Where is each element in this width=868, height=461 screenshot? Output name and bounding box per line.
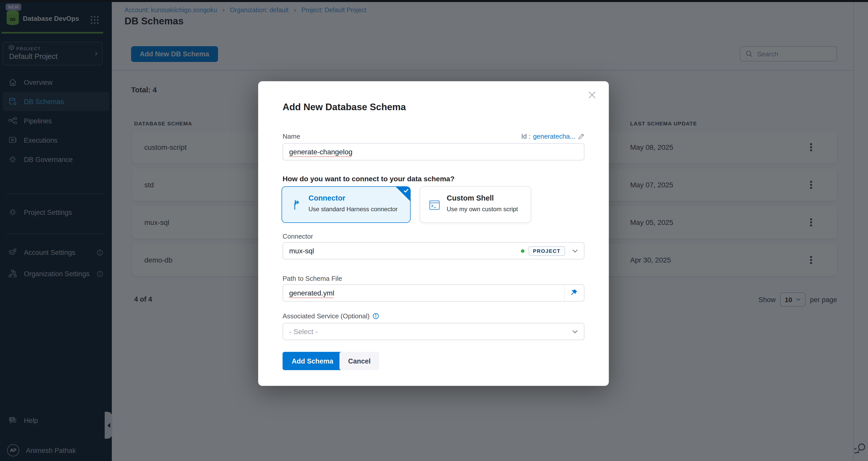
connector-select[interactable]: mux-sql PROJECT (283, 242, 584, 259)
option-title: Custom Shell (447, 194, 494, 202)
id-prefix: Id : (521, 133, 531, 140)
name-input[interactable]: generate-changelog (283, 143, 584, 160)
pin-icon[interactable] (564, 285, 578, 301)
option-title: Connector (308, 194, 345, 202)
scope-badge: PROJECT (529, 246, 565, 256)
add-schema-button[interactable]: Add Schema (283, 352, 343, 370)
connector-label: Connector (283, 233, 313, 240)
edit-pencil-icon[interactable] (578, 133, 584, 140)
path-input[interactable]: generated.yml (283, 284, 584, 302)
option-subtitle: Use standard Harness connector (308, 206, 398, 213)
path-input-value: generated.yml (289, 289, 334, 297)
chevron-down-icon (572, 330, 578, 333)
option-card-connector[interactable]: Connector Use standard Harness connector (282, 186, 411, 223)
connector-branch-icon (290, 199, 302, 211)
option-card-custom-shell[interactable]: Custom Shell Use my own custom script (420, 186, 531, 223)
check-icon (404, 188, 409, 193)
chevron-down-icon (572, 249, 578, 253)
associated-service-placeholder: - Select - (289, 327, 318, 336)
app-root: NEW ∞ Database DevOps PROJECT Default Pr… (0, 0, 868, 461)
close-icon[interactable] (586, 89, 598, 101)
associated-service-text: Associated Service (Optional) (283, 312, 370, 320)
option-subtitle: Use my own custom script (447, 206, 518, 213)
name-input-value: generate-changelog (289, 148, 352, 156)
associated-service-select[interactable]: - Select - (283, 323, 584, 340)
connect-question: How do you want to connect to your data … (283, 175, 455, 183)
associated-service-label: Associated Service (Optional) (283, 312, 379, 320)
connector-status-dot (521, 249, 524, 253)
connector-value: mux-sql (289, 247, 314, 255)
entity-id-row: Id : generatecha... (521, 133, 584, 140)
cancel-button[interactable]: Cancel (339, 352, 379, 370)
terminal-icon (428, 199, 441, 211)
id-link[interactable]: generatecha... (533, 133, 575, 140)
modal-title: Add New Database Schema (283, 102, 406, 113)
path-label: Path to Schema File (283, 275, 342, 282)
info-icon[interactable] (373, 313, 379, 319)
add-schema-modal: Add New Database Schema Name Id : genera… (258, 81, 609, 386)
name-label: Name (283, 133, 300, 140)
